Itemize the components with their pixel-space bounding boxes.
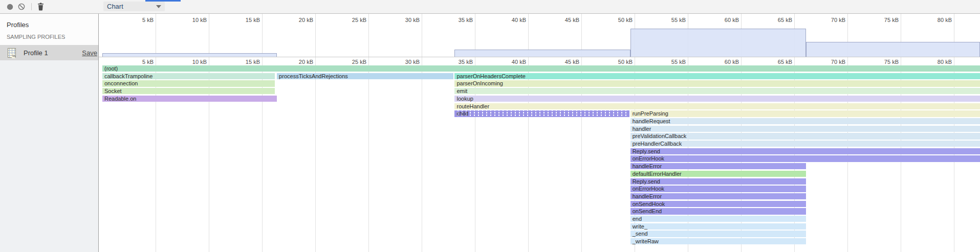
axis-tick-label: 20 kB xyxy=(281,59,313,65)
axis-tick-label: 10 kB xyxy=(175,17,207,23)
axis-tick-label: 65 kB xyxy=(760,59,792,65)
flame-bar[interactable]: defaultErrorHandler xyxy=(630,171,806,177)
axis-tick-label: 60 kB xyxy=(707,17,739,23)
flame-bar[interactable]: end xyxy=(630,216,806,222)
flame-bar[interactable]: parserOnHeadersComplete xyxy=(454,73,980,79)
sampling-profiles-section-header: SAMPLING PROFILES xyxy=(7,34,65,40)
axis-tick-label: 25 kB xyxy=(335,59,366,65)
axis-tick-label: 50 kB xyxy=(601,17,633,23)
toolbar-divider xyxy=(31,3,32,10)
profile-name: Profile 1 xyxy=(24,49,48,57)
gridline xyxy=(368,57,369,252)
flame-bar[interactable]: Socket xyxy=(102,88,275,94)
devtools-profiler-panel: Chart Profiles SAMPLING PROFILES % Profi… xyxy=(0,0,980,252)
chevron-down-icon xyxy=(156,5,161,8)
axis-tick-label: 50 kB xyxy=(601,59,633,65)
profiles-sidebar: Profiles SAMPLING PROFILES % Profile 1 S… xyxy=(0,14,99,252)
axis-tick-label: 75 kB xyxy=(867,17,899,23)
axis-tick-label: 80 kB xyxy=(920,17,952,23)
sidebar-item-profile-1[interactable]: % Profile 1 Save xyxy=(0,45,98,60)
overview-area-step xyxy=(102,53,277,57)
axis-tick-label: 70 kB xyxy=(814,17,845,23)
axis-tick-label: 25 kB xyxy=(335,17,366,23)
axis-tick-label: 15 kB xyxy=(228,17,260,23)
axis-tick-label: 45 kB xyxy=(548,17,579,23)
flame-bar[interactable]: Reply.send xyxy=(630,148,980,154)
delete-profile-button[interactable] xyxy=(35,0,46,13)
trash-icon xyxy=(37,3,44,11)
save-profile-link[interactable]: Save xyxy=(82,49,97,57)
flame-bar[interactable]: runPreParsing xyxy=(630,110,980,117)
flame-bar[interactable]: routeHandler xyxy=(454,103,980,109)
axis-tick-label: 40 kB xyxy=(494,17,526,23)
flame-bar[interactable]: onErrorHook xyxy=(630,186,806,192)
flame-bar[interactable]: processTicksAndRejections xyxy=(277,73,453,79)
axis-tick-label: 40 kB xyxy=(494,59,526,65)
gridline xyxy=(422,14,422,57)
gridline xyxy=(315,14,316,57)
axis-tick-label: 80 kB xyxy=(920,59,952,65)
axis-tick-label: 60 kB xyxy=(707,59,739,65)
heap-flamechart-pane: 5 kB10 kB15 kB20 kB25 kB30 kB35 kB40 kB4… xyxy=(99,14,980,252)
overview-area-step xyxy=(630,29,806,57)
flame-bar[interactable]: emit xyxy=(454,88,980,94)
flame-bar[interactable]: child xyxy=(454,110,629,117)
axis-tick-label: 70 kB xyxy=(814,59,845,65)
flame-bar[interactable]: handleError xyxy=(630,193,806,199)
flame-chart: 5 kB10 kB15 kB20 kB25 kB30 kB35 kB40 kB4… xyxy=(99,57,980,252)
gridline xyxy=(368,14,369,57)
sidebar-title: Profiles xyxy=(7,21,29,29)
flame-bar[interactable]: write_ xyxy=(630,223,806,230)
flame-bar[interactable]: onErrorHook xyxy=(630,155,980,162)
axis-tick-label: 5 kB xyxy=(122,17,154,23)
flame-bar[interactable]: preHandlerCallback xyxy=(630,141,980,147)
axis-tick-label: 45 kB xyxy=(548,59,579,65)
gridline xyxy=(209,14,209,57)
axis-tick-label: 75 kB xyxy=(867,59,899,65)
gridline xyxy=(422,57,422,252)
flame-bar[interactable]: (root) xyxy=(102,65,980,72)
overview-area-step xyxy=(454,50,630,57)
sidebar-empty-area xyxy=(0,60,98,252)
profiler-toolbar: Chart xyxy=(0,0,980,14)
gridline xyxy=(315,57,316,252)
gridline xyxy=(262,14,263,57)
record-icon xyxy=(7,4,13,10)
flame-bar[interactable]: handler xyxy=(630,126,980,132)
axis-tick-label: 5 kB xyxy=(122,59,154,65)
axis-tick-label: 30 kB xyxy=(388,17,420,23)
flame-bar[interactable]: parserOnIncoming xyxy=(454,80,980,86)
flame-bar[interactable]: onSendHook xyxy=(630,201,806,207)
record-heap-profile-button[interactable] xyxy=(4,0,15,13)
axis-tick-label: 55 kB xyxy=(654,17,686,23)
flame-bar[interactable]: _send xyxy=(630,231,806,237)
axis-tick-label: 20 kB xyxy=(281,17,313,23)
flame-bar[interactable]: onconnection xyxy=(102,80,275,86)
flame-bar[interactable]: Readable.on xyxy=(102,96,277,102)
flame-bar[interactable]: callbackTrampoline xyxy=(102,73,275,79)
axis-tick-label: 35 kB xyxy=(441,17,473,23)
flame-bar[interactable]: onSendEnd xyxy=(630,208,806,214)
profile-document-icon: % xyxy=(8,48,16,58)
gridline xyxy=(156,14,156,57)
profile-view-selector[interactable]: Chart xyxy=(103,2,165,11)
axis-tick-label: 10 kB xyxy=(175,59,207,65)
axis-tick-label: 15 kB xyxy=(228,59,260,65)
axis-tick-label: 35 kB xyxy=(441,59,473,65)
flame-bar[interactable]: preValidationCallback xyxy=(630,133,980,139)
flame-bar[interactable]: handleRequest xyxy=(630,118,980,124)
overview-area-step xyxy=(806,42,980,57)
axis-tick-label: 55 kB xyxy=(654,59,686,65)
clear-profiles-button[interactable] xyxy=(16,0,27,13)
allocation-overview[interactable]: 5 kB10 kB15 kB20 kB25 kB30 kB35 kB40 kB4… xyxy=(99,14,980,57)
profile-view-selector-value: Chart xyxy=(107,3,123,10)
flame-bar[interactable]: lookup xyxy=(454,96,980,102)
axis-tick-label: 65 kB xyxy=(760,17,792,23)
axis-tick-label: 30 kB xyxy=(388,59,420,65)
flame-bar[interactable]: handleError xyxy=(630,163,806,169)
flame-bar[interactable]: _writeRaw xyxy=(630,238,806,244)
flame-bar[interactable]: Reply.send xyxy=(630,178,806,185)
clear-icon xyxy=(18,3,25,10)
